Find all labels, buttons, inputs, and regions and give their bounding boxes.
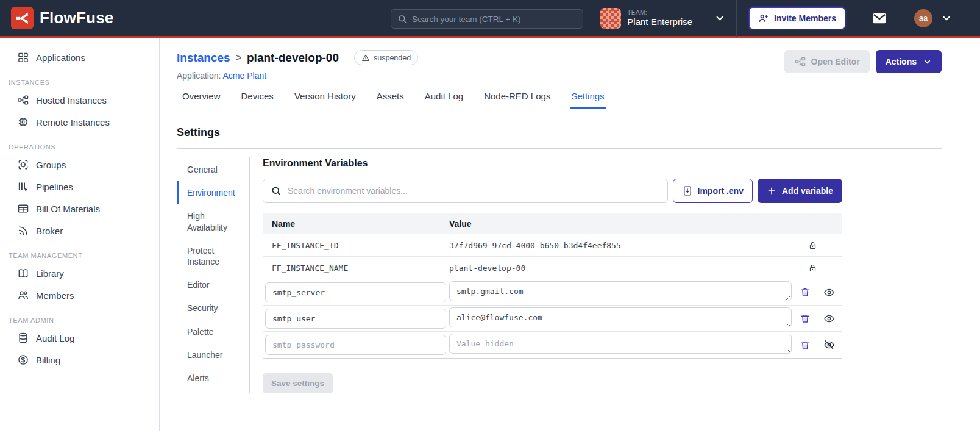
sidebar-item-label: Bill Of Materials bbox=[36, 204, 100, 214]
status-badge: suspended bbox=[354, 50, 418, 65]
sidebar-item-label: Library bbox=[36, 268, 64, 279]
team-selector[interactable]: TEAM: Plant Enterprise bbox=[589, 0, 736, 36]
sidebar: Applications INSTANCES Hosted Instances … bbox=[0, 38, 160, 431]
team-search-input[interactable] bbox=[412, 15, 577, 24]
sidebar-item-label: Applications bbox=[36, 52, 85, 63]
notifications-button[interactable] bbox=[858, 0, 901, 36]
application-link[interactable]: Acme Plant bbox=[223, 71, 267, 81]
column-header-name: Name bbox=[263, 219, 449, 229]
sidebar-item-pipelines[interactable]: Pipelines bbox=[0, 176, 159, 198]
sidebar-item-members[interactable]: Members bbox=[0, 284, 159, 306]
table-row: FF_INSTANCE_ID 37f7d969-97cd-4000-b650-b… bbox=[263, 234, 842, 257]
sidebar-item-groups[interactable]: Groups bbox=[0, 154, 159, 176]
team-name: Plant Enterprise bbox=[627, 16, 692, 27]
sidebar-item-applications[interactable]: Applications bbox=[0, 46, 159, 68]
table-row: alice@flowfuse.com bbox=[263, 306, 842, 332]
sidebar-item-audit-log[interactable]: Audit Log bbox=[0, 327, 159, 349]
env-var-value-input[interactable]: smtp.gmail.com bbox=[449, 281, 792, 301]
sidebar-item-hosted-instances[interactable]: Hosted Instances bbox=[0, 89, 159, 111]
actions-label: Actions bbox=[886, 57, 917, 66]
env-var-value-input[interactable]: alice@flowfuse.com bbox=[449, 307, 792, 327]
sidebar-item-label: Audit Log bbox=[36, 333, 74, 343]
tab-overview[interactable]: Overview bbox=[182, 91, 221, 109]
env-var-name-input[interactable] bbox=[265, 309, 446, 329]
table-header: Name Value bbox=[263, 213, 842, 234]
add-variable-label: Add variable bbox=[782, 186, 833, 196]
env-variables-table: Name Value FF_INSTANCE_ID 37f7d969-97cd-… bbox=[263, 213, 842, 359]
status-badge-label: suspended bbox=[374, 54, 411, 62]
mail-icon bbox=[872, 10, 887, 26]
open-editor-button[interactable]: Open Editor bbox=[784, 50, 870, 73]
breadcrumb-instances-link[interactable]: Instances bbox=[177, 51, 230, 65]
settings-heading: Settings bbox=[177, 126, 942, 139]
delete-variable-button[interactable] bbox=[800, 340, 811, 351]
tab-devices[interactable]: Devices bbox=[241, 91, 274, 109]
settings-nav-environment[interactable]: Environment bbox=[177, 181, 246, 204]
settings-nav-general[interactable]: General bbox=[177, 158, 246, 181]
person-plus-icon bbox=[758, 13, 769, 24]
import-env-button[interactable]: Import .env bbox=[673, 179, 753, 203]
hosted-instances-icon bbox=[17, 94, 29, 106]
delete-variable-button[interactable] bbox=[800, 313, 811, 324]
sidebar-item-broker[interactable]: Broker bbox=[0, 220, 159, 242]
settings-nav-protect-instance[interactable]: Protect Instance bbox=[177, 239, 246, 273]
eye-icon bbox=[823, 287, 835, 298]
toggle-visibility-button[interactable] bbox=[823, 287, 835, 298]
settings-nav-launcher[interactable]: Launcher bbox=[177, 343, 246, 367]
settings-nav: General Environment High Availability Pr… bbox=[177, 157, 246, 393]
settings-nav-alerts[interactable]: Alerts bbox=[177, 367, 246, 390]
sidebar-item-bill-of-materials[interactable]: Bill Of Materials bbox=[0, 198, 159, 220]
toggle-visibility-button[interactable] bbox=[823, 339, 835, 351]
save-settings-button[interactable]: Save settings bbox=[263, 373, 333, 393]
main-content: Instances > plant-develop-00 suspended A… bbox=[160, 38, 980, 431]
toggle-visibility-button[interactable] bbox=[823, 313, 835, 324]
import-env-label: Import .env bbox=[698, 186, 744, 196]
tab-version-history[interactable]: Version History bbox=[294, 91, 356, 109]
settings-nav-security[interactable]: Security bbox=[177, 296, 246, 320]
breadcrumb-separator: > bbox=[236, 52, 241, 63]
env-search[interactable] bbox=[263, 179, 668, 203]
search-icon bbox=[397, 14, 407, 24]
env-var-name-input[interactable] bbox=[265, 282, 446, 302]
team-search[interactable] bbox=[391, 9, 583, 29]
sidebar-section-team-admin: TEAM ADMIN bbox=[9, 317, 159, 324]
flowfuse-logo-icon bbox=[11, 7, 34, 29]
settings-nav-editor[interactable]: Editor bbox=[177, 273, 246, 296]
sidebar-item-remote-instances[interactable]: Remote Instances bbox=[0, 111, 159, 133]
add-variable-button[interactable]: Add variable bbox=[758, 179, 842, 203]
flowfuse-logo[interactable]: FlowFuse bbox=[11, 7, 114, 29]
sidebar-item-label: Billing bbox=[36, 355, 60, 365]
eye-off-icon bbox=[823, 339, 835, 351]
actions-button[interactable]: Actions bbox=[876, 50, 942, 73]
brand-name: FlowFuse bbox=[40, 9, 114, 27]
tab-assets[interactable]: Assets bbox=[377, 91, 404, 109]
env-var-name: FF_INSTANCE_NAME bbox=[263, 263, 449, 273]
invite-members-button[interactable]: Invite Members bbox=[749, 7, 845, 29]
tab-node-red-logs[interactable]: Node-RED Logs bbox=[484, 91, 550, 109]
env-var-value-input[interactable] bbox=[449, 334, 792, 354]
tab-settings[interactable]: Settings bbox=[571, 91, 604, 109]
user-menu[interactable]: aa bbox=[901, 0, 969, 36]
sidebar-item-billing[interactable]: Billing bbox=[0, 349, 159, 371]
warning-icon bbox=[361, 54, 370, 62]
table-row: FF_INSTANCE_NAME plant-develop-00 bbox=[263, 257, 842, 279]
sidebar-item-library[interactable]: Library bbox=[0, 262, 159, 284]
env-var-name-input[interactable] bbox=[265, 335, 446, 355]
settings-nav-palette[interactable]: Palette bbox=[177, 320, 246, 343]
audit-log-icon bbox=[17, 332, 29, 344]
delete-variable-button[interactable] bbox=[800, 287, 811, 298]
open-editor-label: Open Editor bbox=[811, 57, 860, 66]
groups-icon bbox=[17, 159, 29, 171]
settings-nav-high-availability[interactable]: High Availability bbox=[177, 204, 246, 238]
tab-audit-log[interactable]: Audit Log bbox=[425, 91, 463, 109]
env-var-name: FF_INSTANCE_ID bbox=[263, 241, 449, 250]
application-line: Application: Acme Plant bbox=[177, 71, 418, 81]
eye-icon bbox=[823, 313, 835, 324]
trash-icon bbox=[800, 313, 811, 324]
env-search-input[interactable] bbox=[288, 186, 660, 196]
sidebar-item-label: Remote Instances bbox=[36, 117, 110, 127]
instance-tabs: Overview Devices Version History Assets … bbox=[177, 91, 942, 109]
invite-members-label: Invite Members bbox=[774, 13, 836, 23]
sidebar-section-operations: OPERATIONS bbox=[9, 143, 159, 151]
library-icon bbox=[17, 267, 29, 279]
